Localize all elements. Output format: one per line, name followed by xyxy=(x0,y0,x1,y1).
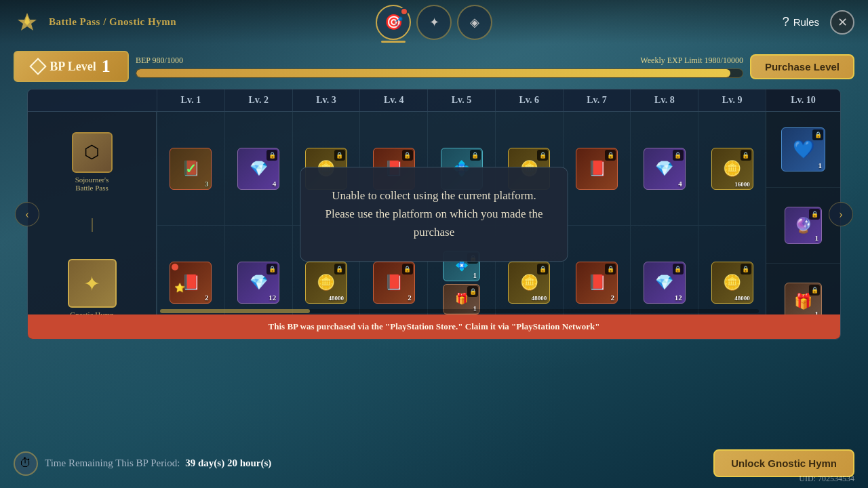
scroll-indicator[interactable] xyxy=(160,309,759,313)
progress-section: BEP 980/1000 Weekly EXP Limit 1980/10000 xyxy=(136,56,743,78)
scroll-thumb xyxy=(160,309,310,313)
col-header-lv6: Lv. 6 xyxy=(495,89,563,111)
clock-icon: ⏱ xyxy=(14,451,38,476)
gnostic-pass-item: ✦ Gnostic Hymn xyxy=(68,259,117,319)
cell-lv10-free[interactable]: 💙 1 🔒 xyxy=(766,112,840,188)
lock-icon: 🔒 xyxy=(402,150,413,161)
item-lv9-free: 🪙 16000 🔒 xyxy=(711,148,753,190)
col-header-lv2: Lv. 2 xyxy=(224,89,292,111)
cell-lv8-free[interactable]: 💎 4 🔒 xyxy=(630,112,698,225)
lock-icon: 🔒 xyxy=(673,150,684,161)
grid-container: Lv. 1 Lv. 2 Lv. 3 Lv. 4 Lv. 5 Lv. 6 Lv. … xyxy=(27,89,841,340)
col-header-lv9: Lv. 9 xyxy=(698,89,766,111)
gnostic-icon-box: ✦ xyxy=(68,259,117,308)
cell-lv2-free[interactable]: 💎 4 🔒 xyxy=(224,112,292,225)
nav-map[interactable]: ◈ xyxy=(457,5,492,40)
cell-lv9-free[interactable]: 🪙 16000 🔒 xyxy=(698,112,766,225)
sojourner-pass-item: ⬡ Sojourner'sBattle Pass xyxy=(72,132,113,192)
bottom-banner-text: This BP was purchased via the "PlayStati… xyxy=(269,321,600,332)
pass-connector xyxy=(92,218,93,232)
bep-label: BEP 980/1000 xyxy=(136,56,183,66)
top-bar: Battle Pass / Gnostic Hymn 🎯 ✦ ◈ ? Rules… xyxy=(0,0,868,44)
time-label: Time Remaining This BP Period: xyxy=(45,458,180,468)
lock-icon: 🔒 xyxy=(809,285,820,296)
sojourner-label: Sojourner'sBattle Pass xyxy=(75,176,109,192)
tooltip-overlay: Unable to collect using the current plat… xyxy=(300,167,568,262)
rules-label: Rules xyxy=(793,16,819,28)
nav-left-arrow[interactable]: ‹ xyxy=(15,202,39,226)
item-lv8-paid: 💎 12 🔒 xyxy=(644,262,686,304)
nav-right-arrow[interactable]: › xyxy=(829,202,853,226)
item-lv2-paid: 💎 12 🔒 xyxy=(237,262,279,304)
column-headers: Lv. 1 Lv. 2 Lv. 3 Lv. 4 Lv. 5 Lv. 6 Lv. … xyxy=(28,89,840,112)
diamond-icon xyxy=(30,58,47,75)
sojourner-icon-box: ⬡ xyxy=(72,132,113,173)
uid-text: UID: 702534534 xyxy=(799,474,854,484)
footer: ⏱ Time Remaining This BP Period: 39 day(… xyxy=(14,449,854,477)
col-header-lv10: Lv. 10 xyxy=(766,89,840,111)
bp-level-label: BP Level xyxy=(50,60,96,74)
lock-icon: 🔒 xyxy=(812,129,823,140)
col-header-lv1: Lv. 1 xyxy=(157,89,224,111)
left-panel: ⬡ Sojourner'sBattle Pass ✦ Gnostic Hymn xyxy=(28,112,157,339)
col-header-lv4: Lv. 4 xyxy=(359,89,427,111)
time-text: Time Remaining This BP Period: 39 day(s)… xyxy=(45,458,271,469)
item-lv4-paid: 📕 2 🔒 xyxy=(373,262,415,304)
item-lv1-free: 📕 3 ✓ xyxy=(170,148,212,190)
item-lv10-paid-1: 🔮 1 🔒 xyxy=(785,207,822,244)
close-icon: ✕ xyxy=(837,15,848,30)
progress-track xyxy=(136,68,743,78)
lock-icon: 🔒 xyxy=(334,150,345,161)
item-lv3-paid: 🪙 48000 🔒 xyxy=(305,262,347,304)
breadcrumb: Battle Pass / Gnostic Hymn xyxy=(49,16,176,28)
col-header-lv7: Lv. 7 xyxy=(563,89,631,111)
item-lv7-paid: 📕 2 🔒 xyxy=(576,262,618,304)
top-nav: 🎯 ✦ ◈ xyxy=(376,5,492,40)
lock-icon: 🔒 xyxy=(267,150,277,161)
col-header-lv8: Lv. 8 xyxy=(630,89,698,111)
notification-dot xyxy=(400,7,408,16)
lock-icon: 🔒 xyxy=(467,286,478,297)
header-spacer xyxy=(28,89,157,111)
purchase-level-button[interactable]: Purchase Level xyxy=(750,54,854,79)
bp-level-bar: BP Level 1 BEP 980/1000 Weekly EXP Limit… xyxy=(14,51,854,82)
bp-level-badge: BP Level 1 xyxy=(14,51,129,82)
progress-fill xyxy=(136,69,730,77)
lock-icon: 🔒 xyxy=(334,264,345,274)
grid-wrapper: ‹ › Lv. 1 Lv. 2 Lv. 3 Lv. 4 Lv. 5 Lv. 6 … xyxy=(27,89,841,340)
lock-icon: 🔒 xyxy=(673,264,684,274)
time-value: 39 day(s) 20 hour(s) xyxy=(185,458,271,468)
col-header-lv3: Lv. 3 xyxy=(292,89,360,111)
lock-icon: 🔒 xyxy=(537,150,548,161)
top-right-controls: ? Rules ✕ xyxy=(783,10,854,35)
notification-badge xyxy=(172,264,178,270)
lock-icon: 🔒 xyxy=(605,264,616,274)
col-header-lv5: Lv. 5 xyxy=(427,89,495,111)
tooltip-text: Unable to collect using the current plat… xyxy=(325,189,542,239)
cell-lv7-free[interactable]: 📕 🔒 xyxy=(563,112,631,225)
close-button[interactable]: ✕ xyxy=(830,10,854,35)
unlock-gnostic-button[interactable]: Unlock Gnostic Hymn xyxy=(713,449,854,477)
lock-icon: 🔒 xyxy=(267,264,277,274)
cell-lv1-free[interactable]: 📕 3 ✓ xyxy=(157,112,224,225)
item-lv1-paid: 📕 2 ⭐ xyxy=(170,262,212,304)
time-info: ⏱ Time Remaining This BP Period: 39 day(… xyxy=(14,451,271,476)
lock-icon: 🔒 xyxy=(605,150,616,161)
lock-icon: 🔒 xyxy=(402,264,413,274)
cell-lv10-paid-1[interactable]: 🔮 1 🔒 xyxy=(766,188,840,264)
game-logo xyxy=(14,9,41,36)
rules-button[interactable]: ? Rules xyxy=(783,15,819,29)
progress-labels: BEP 980/1000 Weekly EXP Limit 1980/10000 xyxy=(136,56,743,66)
main-area: BP Level 1 BEP 980/1000 Weekly EXP Limit… xyxy=(0,44,868,488)
last-column: 💙 1 🔒 🔮 1 🔒 🎁 xyxy=(766,112,840,339)
weekly-label: Weekly EXP Limit 1980/10000 xyxy=(640,56,743,66)
item-lv9-paid: 🪙 48000 🔒 xyxy=(711,262,753,304)
check-overlay: ✓ xyxy=(170,148,211,189)
nav-add[interactable]: ✦ xyxy=(416,5,452,40)
nav-battle-pass[interactable]: 🎯 xyxy=(376,5,411,40)
lock-icon: 🔒 xyxy=(470,150,481,161)
lock-icon: 🔒 xyxy=(741,264,751,274)
item-lv2-free: 💎 4 🔒 xyxy=(237,148,279,190)
item-lv7-free: 📕 🔒 xyxy=(576,148,618,190)
lock-icon: 🔒 xyxy=(537,264,548,274)
